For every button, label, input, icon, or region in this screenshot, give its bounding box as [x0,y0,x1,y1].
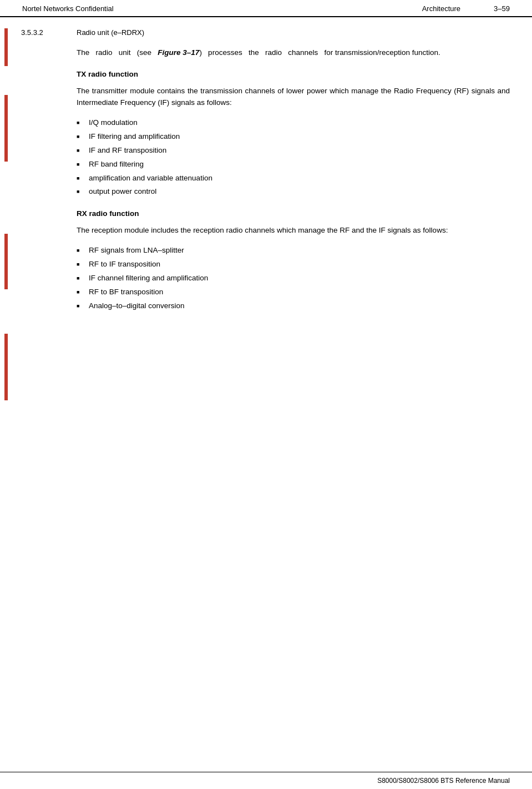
page-header: Nortel Networks Confidential Architectur… [0,0,532,17]
tx-description: The transmitter module contains the tran… [77,85,510,109]
header-company: Nortel Networks Confidential [22,4,114,13]
list-item: RF to IF transposition [77,258,510,271]
rx-description: The reception module includes the recept… [77,224,510,237]
list-item: RF to BF transposition [77,286,510,299]
header-right-group: Architecture 3–59 [422,4,510,13]
list-item: amplification and variable attenuation [77,172,510,185]
figure-reference: Figure 3–17 [158,48,199,57]
list-item: IF filtering and amplification [77,130,510,143]
header-page-number: 3–59 [494,4,510,13]
sidebar-bar [0,28,10,772]
list-item: IF and RF transposition [77,144,510,157]
page-footer: S8000/S8002/S8006 BTS Reference Manual [0,772,532,789]
rx-bullet-list: RF signals from LNA–splitter RF to IF tr… [77,244,510,313]
tx-subsection: TX radio function The transmitter module… [77,70,510,199]
list-item: Analog–to–digital conversion [77,300,510,313]
rx-subsection: RX radio function The reception module i… [77,209,510,312]
accent-bar-3 [4,234,8,289]
section-number: 3.5.3.2 [21,28,60,37]
page: Nortel Networks Confidential Architectur… [0,0,532,789]
list-item: output power control [77,185,510,198]
section-heading: 3.5.3.2 Radio unit (e–RDRX) [21,28,510,37]
accent-bar-2 [4,95,8,162]
list-item: IF channel filtering and amplification [77,272,510,285]
tx-bullet-list: I/Q modulation IF filtering and amplific… [77,117,510,199]
section-title: Radio unit (e–RDRX) [77,28,144,37]
rx-section-title: RX radio function [77,209,510,218]
list-item: I/Q modulation [77,117,510,129]
list-item: RF band filtering [77,158,510,171]
header-section-label: Architecture [422,4,460,13]
main-content: 3.5.3.2 Radio unit (e–RDRX) The radio un… [10,28,532,772]
intro-paragraph: The radio unit (see Figure 3–17) process… [77,47,510,59]
tx-section-title: TX radio function [77,70,510,78]
list-item: RF signals from LNA–splitter [77,244,510,257]
section-body: The radio unit (see Figure 3–17) process… [77,47,510,313]
content-area: 3.5.3.2 Radio unit (e–RDRX) The radio un… [0,17,532,772]
footer-text: S8000/S8002/S8006 BTS Reference Manual [377,777,510,785]
accent-bar-1 [4,28,8,66]
accent-bar-4 [4,334,8,400]
